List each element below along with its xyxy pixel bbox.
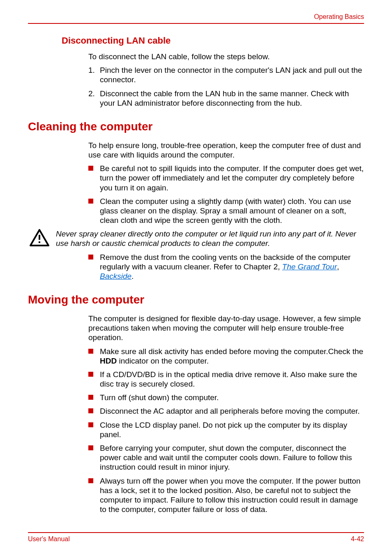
link-backside[interactable]: Backside bbox=[100, 272, 131, 280]
bullet-list-s2a: Be careful not to spill liquids into the… bbox=[88, 164, 364, 225]
list-text: If a CD/DVD/BD is in the optical media d… bbox=[100, 370, 364, 389]
bullet-icon bbox=[88, 197, 100, 204]
footer-left: User's Manual bbox=[28, 535, 70, 543]
bullet-icon bbox=[88, 476, 100, 483]
svg-rect-0 bbox=[39, 235, 40, 240]
ordered-list-s1: 1. Pinch the lever on the connector in t… bbox=[88, 65, 364, 108]
list-item: Turn off (shut down) the computer. bbox=[88, 393, 364, 402]
list-item: Be careful not to spill liquids into the… bbox=[88, 164, 364, 192]
list-item: 1. Pinch the lever on the connector in t… bbox=[88, 65, 364, 84]
text-intro-s2: To help ensure long, trouble-free operat… bbox=[88, 141, 364, 160]
list-text: Make sure all disk activity has ended be… bbox=[100, 347, 364, 366]
text-intro-s1: To disconnect the LAN cable, follow the … bbox=[88, 52, 364, 61]
bullet-icon bbox=[88, 393, 100, 400]
bold-hdd: HDD bbox=[100, 357, 117, 365]
list-text: Close the LCD display panel. Do not pick… bbox=[100, 420, 364, 439]
bullet-icon bbox=[88, 253, 100, 259]
list-item: Before carrying your computer, shut down… bbox=[88, 443, 364, 472]
footer-page-number: 4-42 bbox=[351, 535, 364, 543]
header-rule bbox=[28, 23, 364, 24]
list-text: Disconnect the AC adaptor and all periph… bbox=[100, 406, 360, 416]
bullet-icon bbox=[88, 443, 100, 450]
list-item: Disconnect the AC adaptor and all periph… bbox=[88, 406, 364, 416]
list-text: Turn off (shut down) the computer. bbox=[100, 393, 219, 402]
list-number: 1. bbox=[88, 65, 100, 84]
list-text: Disconnect the cable from the LAN hub in… bbox=[100, 89, 364, 108]
header-section-label: Operating Basics bbox=[28, 13, 364, 21]
caution-text: Never spray cleaner directly onto the co… bbox=[56, 229, 364, 248]
bullet-icon bbox=[88, 370, 100, 377]
list-text: Clean the computer using a slightly damp… bbox=[100, 197, 364, 225]
svg-rect-1 bbox=[39, 241, 40, 243]
bullet-icon bbox=[88, 420, 100, 427]
caution-block: Never spray cleaner directly onto the co… bbox=[28, 229, 364, 248]
heading-moving: Moving the computer bbox=[28, 293, 364, 306]
list-item: Always turn off the power when you move … bbox=[88, 476, 364, 514]
list-text: Always turn off the power when you move … bbox=[100, 476, 364, 514]
footer: User's Manual 4-42 bbox=[28, 532, 364, 543]
list-text: Remove the dust from the cooling vents o… bbox=[100, 253, 364, 281]
list-item: Clean the computer using a slightly damp… bbox=[88, 197, 364, 225]
list-item: If a CD/DVD/BD is in the optical media d… bbox=[88, 370, 364, 389]
list-item: Make sure all disk activity has ended be… bbox=[88, 347, 364, 366]
list-item: Remove the dust from the cooling vents o… bbox=[88, 253, 364, 281]
footer-rule bbox=[28, 532, 364, 533]
list-item: Close the LCD display panel. Do not pick… bbox=[88, 420, 364, 439]
list-text: Pinch the lever on the connector in the … bbox=[100, 65, 364, 84]
bullet-list-s3: Make sure all disk activity has ended be… bbox=[88, 347, 364, 514]
link-grand-tour[interactable]: The Grand Tour bbox=[282, 262, 337, 271]
bullet-icon bbox=[88, 164, 100, 171]
heading-disconnecting-lan: Disconnecting LAN cable bbox=[62, 35, 364, 46]
bullet-list-s2b: Remove the dust from the cooling vents o… bbox=[88, 253, 364, 281]
bullet-icon bbox=[88, 406, 100, 413]
list-text: Before carrying your computer, shut down… bbox=[100, 443, 364, 472]
caution-icon bbox=[30, 229, 49, 248]
bullet-icon bbox=[88, 347, 100, 354]
heading-cleaning: Cleaning the computer bbox=[28, 120, 364, 133]
text-intro-s3: The computer is designed for flexible da… bbox=[88, 314, 364, 343]
list-text: Be careful not to spill liquids into the… bbox=[100, 164, 364, 192]
list-item: 2. Disconnect the cable from the LAN hub… bbox=[88, 89, 364, 108]
list-number: 2. bbox=[88, 89, 100, 108]
